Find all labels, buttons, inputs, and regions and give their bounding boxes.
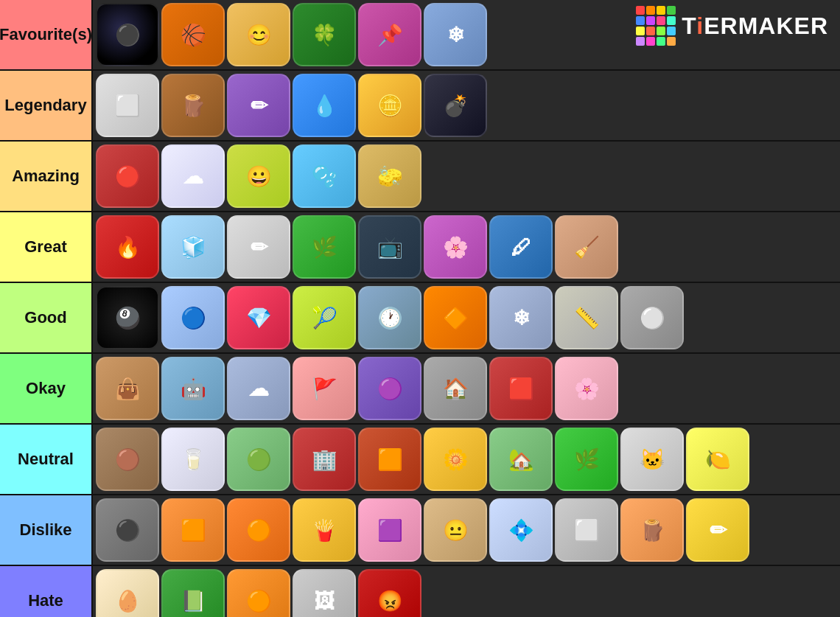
tier-item-bag[interactable]: 👜 bbox=[96, 357, 159, 420]
char-icon-green-blob: 🟢 bbox=[228, 429, 289, 489]
tier-item-green-blob[interactable]: 🟢 bbox=[227, 428, 290, 491]
tier-item-red-building[interactable]: 🏢 bbox=[293, 428, 356, 491]
tier-item-red-sq[interactable]: 🟧 bbox=[358, 428, 421, 491]
logo-cell bbox=[667, 6, 676, 15]
tier-item-pink-sq2[interactable]: 🟪 bbox=[358, 498, 421, 562]
tier-row-dislike: Dislike⚫🟧🟠🍟🟪😐💠⬜🪵✏ bbox=[0, 495, 840, 566]
logo-cell bbox=[657, 27, 665, 35]
tier-item-flag[interactable]: 🚩 bbox=[293, 357, 356, 420]
char-icon-house3: 🏡 bbox=[491, 429, 551, 489]
logo-cell bbox=[646, 16, 655, 25]
char-icon-purple: 🟣 bbox=[360, 358, 420, 419]
tier-item-milk[interactable]: 🥛 bbox=[161, 428, 225, 491]
tier-item-woody[interactable]: 🪵 bbox=[161, 74, 225, 137]
char-icon-red-building: 🏢 bbox=[294, 429, 354, 489]
tier-item-orange3[interactable]: 🟠 bbox=[227, 498, 290, 562]
char-icon-red-sq: 🟧 bbox=[360, 429, 420, 489]
tier-item-grey-circ[interactable]: ⚫ bbox=[96, 498, 159, 562]
tier-item-leafy2[interactable]: 🌿 bbox=[293, 215, 356, 279]
tier-item-diamond2[interactable]: 💠 bbox=[489, 498, 553, 562]
tier-item-red-face2[interactable]: 😡 bbox=[358, 569, 421, 617]
tier-item-flower[interactable]: 🌸 bbox=[424, 215, 487, 279]
tier-item-teardrop[interactable]: 💧 bbox=[293, 74, 356, 137]
tier-item-basketball[interactable]: 🏀 bbox=[161, 3, 225, 66]
tier-item-matchstick[interactable]: 🪵 bbox=[620, 498, 684, 562]
char-icon-bomby: 💣 bbox=[425, 75, 486, 136]
tier-item-orange4[interactable]: 🟠 bbox=[227, 569, 290, 617]
logo-cell bbox=[646, 6, 655, 15]
tier-item-robot[interactable]: 🤖 bbox=[161, 357, 225, 420]
tier-item-clock[interactable]: 🕐 bbox=[358, 286, 421, 349]
char-icon-pink-sq2: 🟪 bbox=[360, 500, 420, 560]
tier-item-bubble[interactable]: 🫧 bbox=[293, 144, 356, 208]
tier-item-fanny[interactable]: 🔵 bbox=[161, 286, 225, 349]
tier-item-white-cat[interactable]: 🐱 bbox=[620, 428, 684, 491]
tier-item-snowball[interactable]: ❄ bbox=[424, 3, 487, 66]
logo-grid bbox=[636, 6, 676, 46]
tier-item-snowflake[interactable]: ❄ bbox=[489, 286, 553, 349]
tier-label-okay: Okay bbox=[0, 354, 93, 423]
tier-item-blocky[interactable]: ⬜ bbox=[96, 74, 159, 137]
char-icon-robot: 🤖 bbox=[163, 358, 223, 419]
tier-item-ruby[interactable]: 💎 bbox=[227, 286, 290, 349]
tier-item-cloud2[interactable]: ☁ bbox=[227, 357, 290, 420]
char-icon-fries2: 🍟 bbox=[294, 500, 354, 560]
tier-item-coiny[interactable]: 🪙 bbox=[358, 74, 421, 137]
tier-item-pen[interactable]: 🖊 bbox=[489, 215, 553, 279]
tier-item-fries2[interactable]: 🍟 bbox=[293, 498, 356, 562]
char-icon-face2: 😐 bbox=[425, 500, 486, 560]
char-icon-flower3: 🌼 bbox=[425, 429, 486, 489]
char-icon-needle: 🔴 bbox=[97, 146, 158, 206]
tier-item-tv[interactable]: 📺 bbox=[358, 215, 421, 279]
tier-item-8ball[interactable]: 🎱 bbox=[96, 286, 159, 349]
tier-item-stick[interactable]: 📏 bbox=[555, 286, 618, 349]
tier-item-pencil3[interactable]: ✏ bbox=[686, 498, 749, 562]
char-icon-pin: 📌 bbox=[360, 4, 420, 65]
char-icon-loser: 😊 bbox=[228, 4, 289, 65]
tier-item-tennis[interactable]: 🎾 bbox=[293, 286, 356, 349]
tier-item-yellow-face[interactable]: 😀 bbox=[227, 144, 290, 208]
tier-item-pencil[interactable]: ✏ bbox=[227, 215, 290, 279]
tier-label-favourites: Favourite(s) bbox=[0, 0, 93, 69]
tier-item-eraser[interactable]: 🧹 bbox=[555, 215, 618, 279]
tier-item-flower3[interactable]: 🌼 bbox=[424, 428, 487, 491]
tier-item-purple[interactable]: 🟣 bbox=[358, 357, 421, 420]
tier-item-face2[interactable]: 😐 bbox=[424, 498, 487, 562]
tier-item-cloudy[interactable]: ☁ bbox=[161, 144, 225, 208]
char-icon-matchstick: 🪵 bbox=[622, 500, 682, 560]
tier-item-ice-cube[interactable]: 🧊 bbox=[161, 215, 225, 279]
tier-item-red-box[interactable]: 🟥 bbox=[489, 357, 553, 420]
tier-item-needle[interactable]: 🔴 bbox=[96, 144, 159, 208]
tier-item-loser[interactable]: 😊 bbox=[227, 3, 290, 66]
tier-item-bomby[interactable]: 💣 bbox=[424, 74, 487, 137]
tier-item-light-grey[interactable]: ⬜ bbox=[555, 498, 618, 562]
tier-row-hate: Hate🥚📗🟠🖼😡 bbox=[0, 566, 840, 617]
tier-item-firey2[interactable]: 🔶 bbox=[424, 286, 487, 349]
char-icon-frame: 🖼 bbox=[294, 571, 354, 617]
tier-item-lemon[interactable]: 🍋 bbox=[686, 428, 749, 491]
tier-item-pin[interactable]: 📌 bbox=[358, 3, 421, 66]
tier-item-firey[interactable]: 🔥 bbox=[96, 215, 159, 279]
tier-item-leafy[interactable]: 🍀 bbox=[293, 3, 356, 66]
tier-item-grass[interactable]: 🌿 bbox=[555, 428, 618, 491]
tier-item-book[interactable]: 📗 bbox=[161, 569, 225, 617]
tier-items-great: 🔥🧊✏🌿📺🌸🖊🧹 bbox=[93, 212, 840, 282]
logo-cell bbox=[646, 37, 655, 46]
tier-item-black-hole[interactable]: ⚫ bbox=[96, 3, 159, 66]
tier-item-frame[interactable]: 🖼 bbox=[293, 569, 356, 617]
tier-item-pink-fuzzy[interactable]: 🌸 bbox=[555, 357, 618, 420]
tier-item-house3[interactable]: 🏡 bbox=[489, 428, 553, 491]
tier-item-coin2[interactable]: ⚪ bbox=[620, 286, 684, 349]
tier-item-brown[interactable]: 🟤 bbox=[96, 428, 159, 491]
char-icon-brown: 🟤 bbox=[97, 429, 158, 489]
tier-item-egg[interactable]: 🥚 bbox=[96, 569, 159, 617]
char-icon-grey-circ: ⚫ bbox=[97, 500, 158, 560]
tier-items-hate: 🥚📗🟠🖼😡 bbox=[93, 566, 840, 617]
char-icon-white-cat: 🐱 bbox=[622, 429, 682, 489]
tier-item-orange-sq2[interactable]: 🟧 bbox=[161, 498, 225, 562]
tier-label-amazing: Amazing bbox=[0, 142, 93, 211]
char-icon-woody: 🪵 bbox=[163, 75, 223, 136]
tier-item-marker[interactable]: ✏ bbox=[227, 74, 290, 137]
tier-item-spongy[interactable]: 🧽 bbox=[358, 144, 421, 208]
tier-item-house[interactable]: 🏠 bbox=[424, 357, 487, 420]
